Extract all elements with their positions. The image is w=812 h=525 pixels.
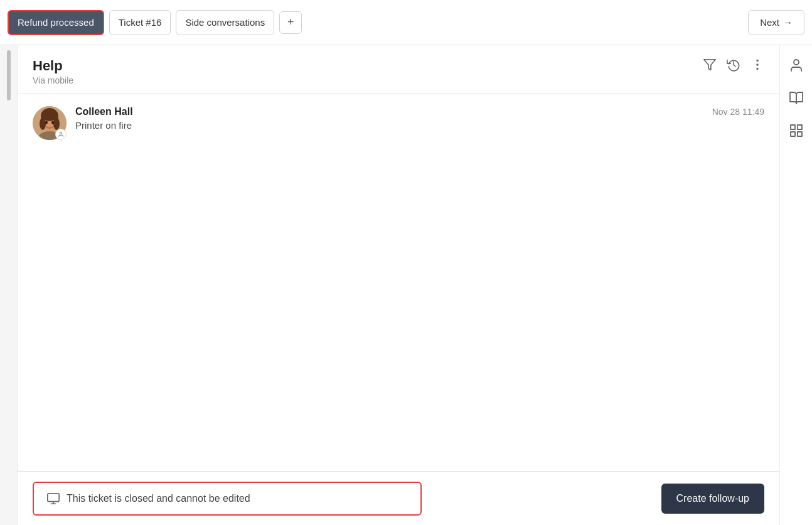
ticket-channel: Via mobile [33, 75, 73, 85]
svg-rect-15 [48, 493, 59, 501]
svg-point-12 [45, 121, 48, 124]
next-button-label: Next [760, 17, 779, 28]
svg-point-2 [757, 64, 758, 65]
avatar-badge [55, 129, 67, 140]
sidebar-book-icon[interactable] [789, 90, 804, 106]
scroll-area [0, 45, 18, 525]
ticket-title-area: Help Via mobile [33, 58, 73, 85]
more-options-button[interactable] [751, 58, 764, 72]
svg-rect-20 [798, 125, 802, 129]
history-button[interactable] [727, 58, 740, 72]
scroll-thumb[interactable] [7, 50, 11, 100]
message-time: Nov 28 11:49 [712, 107, 764, 117]
main-layout: Help Via mobile [0, 45, 812, 525]
svg-rect-21 [791, 132, 795, 136]
sidebar-person-icon[interactable] [789, 58, 804, 73]
tab-side-conversations-label: Side conversations [185, 17, 265, 28]
svg-point-14 [60, 132, 61, 134]
message-item: Colleen Hall Nov 28 11:49 Printer on fir… [33, 106, 764, 140]
tab-bar: Refund processed Ticket #16 Side convers… [0, 0, 812, 45]
tab-ticket-16-label: Ticket #16 [119, 17, 162, 28]
svg-point-13 [51, 121, 54, 124]
closed-icon [46, 492, 60, 506]
tab-ticket-16[interactable]: Ticket #16 [109, 10, 171, 35]
svg-marker-0 [704, 60, 715, 70]
sidebar-grid-icon[interactable] [789, 123, 804, 138]
tab-side-conversations[interactable]: Side conversations [176, 10, 274, 35]
ticket-actions [703, 58, 764, 72]
create-followup-button[interactable]: Create follow-up [661, 484, 765, 514]
center-content: Help Via mobile [18, 45, 779, 525]
closed-notice: This ticket is closed and cannot be edit… [33, 482, 422, 516]
add-icon: + [287, 16, 294, 29]
svg-point-9 [53, 117, 60, 130]
next-button[interactable]: Next → [748, 10, 804, 35]
tab-refund-processed-label: Refund processed [18, 17, 94, 28]
filter-button[interactable] [703, 58, 717, 72]
messages-area: Colleen Hall Nov 28 11:49 Printer on fir… [18, 94, 779, 471]
closed-notice-text: This ticket is closed and cannot be edit… [67, 493, 250, 504]
message-meta: Colleen Hall Nov 28 11:49 [75, 106, 764, 117]
create-followup-label: Create follow-up [676, 493, 750, 504]
svg-point-1 [757, 60, 758, 62]
svg-point-18 [794, 60, 799, 65]
svg-rect-22 [798, 132, 802, 136]
ticket-header: Help Via mobile [18, 45, 779, 94]
right-sidebar [779, 45, 812, 525]
tab-refund-processed[interactable]: Refund processed [8, 10, 104, 35]
svg-rect-19 [791, 125, 795, 129]
message-text: Printer on fire [75, 120, 764, 131]
avatar-wrapper [33, 106, 67, 140]
next-arrow-icon: → [783, 17, 793, 28]
svg-point-3 [757, 68, 758, 70]
message-author: Colleen Hall [75, 106, 133, 117]
ticket-title: Help [33, 58, 73, 74]
tab-add-button[interactable]: + [279, 11, 302, 34]
svg-point-8 [40, 117, 46, 130]
message-body: Colleen Hall Nov 28 11:49 Printer on fir… [75, 106, 764, 131]
bottom-bar: This ticket is closed and cannot be edit… [18, 471, 779, 525]
